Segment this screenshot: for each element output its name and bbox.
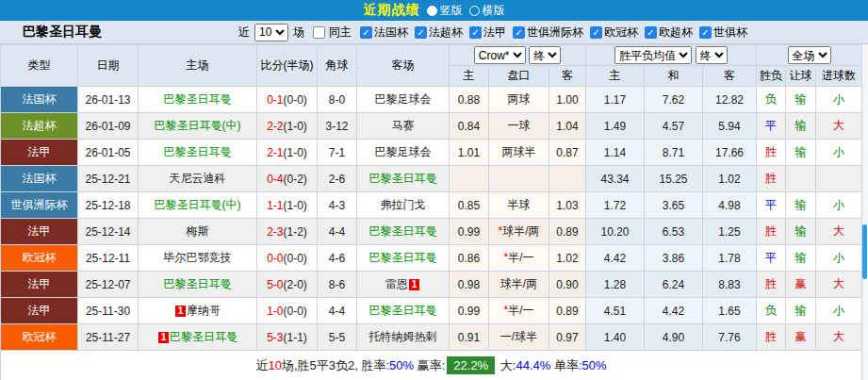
handicap-line: 半球 xyxy=(489,192,549,219)
summary-segment: 赢率: xyxy=(414,358,445,372)
handicap-line: *半/一 xyxy=(489,298,549,324)
radio-selected-icon[interactable] xyxy=(427,6,437,16)
match-date: 25-12-11 xyxy=(78,245,139,272)
col-avg-draw: 和 xyxy=(645,66,703,87)
home-team-cell: 1摩纳哥 xyxy=(139,298,257,324)
same-home-checkbox[interactable] xyxy=(313,26,325,39)
scope-select[interactable]: 全场 xyxy=(788,46,831,64)
pan-home-odds: 0.99 xyxy=(450,298,489,324)
pan-away-odds: 1.02 xyxy=(549,245,586,272)
league-badge: 法甲 xyxy=(1,140,78,166)
avg-away-odds: 17.66 xyxy=(703,140,757,166)
away-team-cell: 托特纳姆热刺 xyxy=(357,324,450,351)
match-row: 法甲26-01-05巴黎圣日耳曼2-1(1-0)7-1巴黎足球会1.01两球半0… xyxy=(1,140,862,166)
goals-result-cell: 大 xyxy=(816,324,862,351)
handicap-line: 一/球半 xyxy=(489,324,549,351)
avg-home-odds: 1.72 xyxy=(586,192,645,219)
avg-away-odds: 5.94 xyxy=(703,113,757,140)
league-checkbox-世俱杯[interactable]: ✓ xyxy=(699,26,712,39)
away-team-cell: 雷恩1 xyxy=(357,272,450,298)
handicap-line: 两球半 xyxy=(489,140,549,166)
home-team-cell: 巴黎圣日耳曼(中) xyxy=(139,192,257,219)
recent-results-panel: 近期战绩 竖版 横版 巴黎圣日耳曼 近 10 场 同主 ✓法国杯✓法超杯✓法甲✓… xyxy=(0,0,868,380)
league-badge: 法国杯 xyxy=(1,166,78,192)
match-date: 25-12-18 xyxy=(78,192,139,219)
summary-segment: 10 xyxy=(268,358,281,372)
league-checkbox-label: 欧冠杯 xyxy=(604,25,638,39)
handicap-line: 一球 xyxy=(489,113,549,140)
layout-vertical-option[interactable]: 竖版 xyxy=(427,3,463,19)
avg-home-odds: 4.51 xyxy=(586,298,645,324)
avg-away-odds: 12.82 xyxy=(703,87,757,113)
col-handicap: 让球 xyxy=(786,66,816,87)
away-team-cell: 巴黎足球会 xyxy=(357,87,450,113)
team-name: 摩纳哥 xyxy=(187,304,221,317)
away-team-cell: 巴黎圣日耳曼 xyxy=(357,245,450,272)
match-row: 法甲25-11-301摩纳哥1-0(0-0)4-4巴黎圣日耳曼0.99*半/一0… xyxy=(1,298,862,324)
league-checkbox-法甲[interactable]: ✓ xyxy=(469,26,482,39)
goals-result-cell: 大 xyxy=(816,113,862,140)
score-cell: 0-4(0-2) xyxy=(257,166,318,192)
odds-final-select[interactable]: 终 xyxy=(529,46,561,64)
odds-company-select[interactable]: Crow* xyxy=(474,46,526,64)
pan-home-odds: 1.01 xyxy=(450,140,489,166)
layout-horizontal-option[interactable]: 横版 xyxy=(469,3,505,19)
handicap-result-cell: 输 xyxy=(786,140,816,166)
handicap-result-cell: 输 xyxy=(786,87,816,113)
league-checkbox-世俱洲际杯[interactable]: ✓ xyxy=(513,26,525,39)
match-date: 25-12-21 xyxy=(78,166,139,192)
pan-home-odds: 0.88 xyxy=(450,87,489,113)
handicap-line: *球半/两 xyxy=(489,219,549,245)
layout-vertical-label: 竖版 xyxy=(440,3,463,19)
avg-odds-select[interactable]: 胜平负均值 xyxy=(614,46,692,64)
result-cell: 胜 xyxy=(757,324,786,351)
summary-segment: 大: xyxy=(497,358,516,372)
recent-count-select[interactable]: 10 xyxy=(254,24,288,41)
team-name: 天尼云迪科 xyxy=(170,172,226,185)
team-name: 毕尔巴鄂竞技 xyxy=(164,251,232,264)
team-name: 巴黎圣日耳曼 xyxy=(164,92,232,106)
league-badge: 法甲 xyxy=(1,272,78,298)
away-team-cell: 巴黎足球会 xyxy=(357,140,450,166)
goals-result-cell: 小 xyxy=(816,192,862,219)
result-cell: 负 xyxy=(757,87,786,113)
summary-segment: 场,胜5平3负2, 胜率: xyxy=(282,358,389,372)
league-checkbox-法国杯[interactable]: ✓ xyxy=(360,26,372,39)
team-name: 巴黎圣日耳曼(中) xyxy=(155,119,241,132)
avg-home-odds: 1.28 xyxy=(586,272,645,298)
summary-segment: 50% xyxy=(389,358,414,372)
league-checkbox-欧冠杯[interactable]: ✓ xyxy=(590,26,602,39)
avg-final-select[interactable]: 终 xyxy=(696,46,728,64)
col-away: 客场 xyxy=(357,45,450,87)
corner-cell: 8-0 xyxy=(318,87,357,113)
team-name: 巴黎足球会 xyxy=(375,145,432,158)
col-date: 日期 xyxy=(78,45,139,87)
match-row: 世俱洲际杯25-12-18巴黎圣日耳曼(中)1-1(1-0)4-3弗拉门戈0.8… xyxy=(1,192,862,219)
league-checkbox-欧超杯[interactable]: ✓ xyxy=(645,26,657,39)
league-checkbox-法超杯[interactable]: ✓ xyxy=(415,26,427,39)
col-avg-away: 客 xyxy=(703,66,757,87)
corner-cell: 3-12 xyxy=(318,113,357,140)
avg-draw-odds: 6.53 xyxy=(645,219,703,245)
result-cell: 平 xyxy=(757,245,786,272)
avg-draw-odds: 4.90 xyxy=(645,324,703,351)
team-name: 托特纳姆热刺 xyxy=(369,330,437,343)
matches-label: 场 xyxy=(293,25,304,41)
col-pan: 盘口 xyxy=(489,66,549,87)
table-header: 类型 日期 主场 比分(半场) 角球 客场 Crow* 终 胜平负均值 终 全场 xyxy=(1,45,862,87)
radio-unselected-icon[interactable] xyxy=(469,6,480,16)
goals-result-cell: 小 xyxy=(816,140,862,166)
corner-cell: 4-6 xyxy=(318,245,357,272)
panel-title: 近期战绩 xyxy=(364,2,420,19)
avg-home-odds: 1.17 xyxy=(586,87,645,113)
col-home: 主场 xyxy=(139,45,257,87)
result-cell: 负 xyxy=(757,298,786,324)
summary-segment: 50% xyxy=(582,358,607,372)
filters: 近 10 场 同主 ✓法国杯✓法超杯✓法甲✓世俱洲际杯✓欧冠杯✓欧超杯✓世俱杯 xyxy=(238,24,747,41)
goals-result-cell: 大 xyxy=(816,219,862,245)
pan-away-odds: 1.04 xyxy=(549,113,586,140)
scrollbar-thumb[interactable] xyxy=(862,224,867,279)
pan-away-odds xyxy=(549,166,586,192)
handicap-result-cell: 输 xyxy=(786,113,816,140)
score-cell: 5-0(2-0) xyxy=(257,272,318,298)
